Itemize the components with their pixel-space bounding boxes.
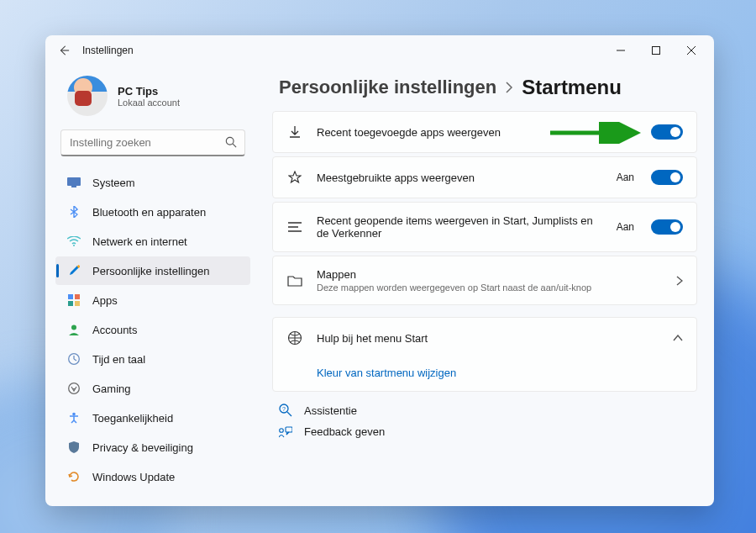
sidebar-item-privacy[interactable]: Privacy & beveiliging: [55, 433, 250, 462]
gaming-icon: [67, 382, 81, 395]
titlebar: Instellingen: [45, 35, 714, 66]
svg-rect-9: [75, 301, 80, 306]
feedback-link[interactable]: Feedback geven: [279, 425, 697, 438]
globe-icon: [286, 330, 303, 346]
footer-links: ? Assistentie Feedback geven: [272, 392, 697, 438]
svg-point-10: [71, 325, 76, 330]
sidebar-item-label: Apps: [92, 294, 118, 307]
assist-icon: ?: [279, 404, 294, 417]
window-title: Instellingen: [82, 45, 134, 56]
assist-label: Assistentie: [304, 404, 357, 417]
sidebar-item-label: Bluetooth en apparaten: [92, 206, 206, 219]
bluetooth-icon: [67, 205, 81, 219]
setting-title: Recent toegevoegde apps weergeven: [317, 126, 603, 139]
svg-point-13: [72, 413, 76, 416]
help-title: Hulp bij het menu Start: [317, 332, 659, 345]
setting-title: Meestgebruikte apps weergeven: [317, 172, 603, 184]
sidebar-item-gaming[interactable]: Gaming: [55, 374, 250, 403]
back-button[interactable]: [57, 45, 71, 56]
sidebar-item-toegankelijkheid[interactable]: Toegankelijkheid: [55, 404, 250, 432]
toggle-state-label: Aan: [617, 172, 634, 183]
maximize-button[interactable]: [638, 38, 674, 63]
download-icon: [286, 124, 303, 140]
toggle-state-label: Aan: [617, 126, 634, 138]
sidebar-item-netwerk[interactable]: Netwerk en internet: [55, 227, 250, 256]
sidebar: PC Tips Lokaal account Systeem Bluetooth…: [45, 66, 260, 506]
sidebar-item-personalisatie[interactable]: Persoonlijke instellingen: [55, 256, 250, 285]
svg-rect-19: [286, 427, 292, 432]
sidebar-item-tijd-taal[interactable]: Tijd en taal: [55, 345, 250, 373]
profile-block[interactable]: PC Tips Lokaal account: [52, 69, 254, 126]
toggle-recent-apps[interactable]: [651, 124, 683, 140]
setting-most-used-apps: Meestgebruikte apps weergeven Aan: [272, 156, 697, 198]
windows-update-icon: [67, 470, 81, 483]
sidebar-item-systeem[interactable]: Systeem: [55, 168, 250, 197]
close-button[interactable]: [674, 38, 709, 63]
svg-point-18: [280, 428, 284, 432]
sidebar-item-apps[interactable]: Apps: [55, 286, 250, 314]
sidebar-item-label: Tijd en taal: [92, 353, 145, 366]
apps-icon: [67, 293, 81, 307]
breadcrumb-parent[interactable]: Persoonlijke instellingen: [279, 77, 496, 98]
feedback-icon: [279, 426, 294, 438]
svg-point-1: [226, 137, 234, 145]
avatar: [67, 76, 108, 116]
help-link-color[interactable]: Kleur van startmenu wijzigen: [273, 358, 696, 391]
privacy-icon: [67, 441, 81, 454]
network-icon: [67, 235, 81, 248]
sidebar-item-label: Privacy & beveiliging: [92, 441, 193, 454]
accessibility-icon: [67, 411, 81, 425]
setting-recent-apps: Recent toegevoegde apps weergeven Aan: [272, 111, 697, 153]
chevron-right-icon: [676, 276, 683, 286]
time-language-icon: [67, 352, 81, 366]
assist-link[interactable]: ? Assistentie: [279, 404, 697, 417]
main-content: Persoonlijke instellingen Startmenu Rece…: [260, 66, 714, 506]
system-icon: [67, 176, 81, 189]
sidebar-item-label: Windows Update: [92, 471, 175, 483]
sidebar-item-label: Systeem: [92, 177, 135, 189]
sidebar-item-label: Gaming: [92, 383, 131, 395]
breadcrumb: Persoonlijke instellingen Startmenu: [272, 71, 697, 111]
minimize-button[interactable]: [603, 38, 638, 63]
personalization-icon: [67, 264, 81, 277]
chevron-up-icon: [673, 335, 683, 341]
sidebar-item-bluetooth[interactable]: Bluetooth en apparaten: [55, 198, 250, 226]
settings-window: Instellingen PC Tips Lokaal account: [45, 35, 714, 506]
sidebar-nav: Systeem Bluetooth en apparaten Netwerk e…: [52, 168, 254, 491]
list-icon: [286, 219, 303, 235]
setting-title: Recent geopende items weergeven in Start…: [317, 214, 603, 240]
toggle-most-used-apps[interactable]: [651, 170, 683, 185]
svg-point-4: [73, 245, 75, 246]
sidebar-item-windows-update[interactable]: Windows Update: [55, 462, 250, 491]
accounts-icon: [67, 323, 81, 336]
profile-subtitle: Lokaal account: [118, 98, 180, 108]
help-header[interactable]: Hulp bij het menu Start: [273, 318, 696, 358]
svg-rect-7: [75, 294, 80, 299]
search-input[interactable]: [60, 129, 245, 156]
star-icon: [286, 169, 303, 186]
setting-folders[interactable]: Mappen Deze mappen worden weergegeven op…: [272, 256, 697, 305]
svg-rect-2: [67, 177, 81, 186]
sidebar-item-label: Persoonlijke instellingen: [92, 265, 209, 277]
setting-subtitle: Deze mappen worden weergegeven op Start …: [317, 282, 663, 293]
svg-rect-6: [68, 294, 73, 299]
feedback-label: Feedback geven: [304, 425, 385, 438]
svg-rect-3: [71, 186, 76, 187]
folder-icon: [286, 272, 303, 289]
chevron-right-icon: [505, 82, 513, 93]
sidebar-item-label: Netwerk en internet: [92, 235, 187, 248]
sidebar-item-label: Toegankelijkheid: [92, 412, 173, 425]
breadcrumb-current: Startmenu: [522, 76, 622, 99]
setting-title: Mappen: [317, 268, 663, 281]
svg-text:?: ?: [282, 406, 286, 412]
svg-rect-8: [68, 301, 73, 306]
svg-rect-0: [653, 47, 660, 55]
toggle-state-label: Aan: [617, 221, 634, 233]
profile-name: PC Tips: [118, 85, 180, 98]
help-section: Hulp bij het menu Start Kleur van startm…: [272, 317, 697, 392]
search-icon: [225, 136, 237, 148]
sidebar-item-accounts[interactable]: Accounts: [55, 315, 250, 344]
setting-recent-items: Recent geopende items weergeven in Start…: [272, 202, 697, 252]
sidebar-item-label: Accounts: [92, 324, 137, 336]
toggle-recent-items[interactable]: [651, 219, 683, 235]
